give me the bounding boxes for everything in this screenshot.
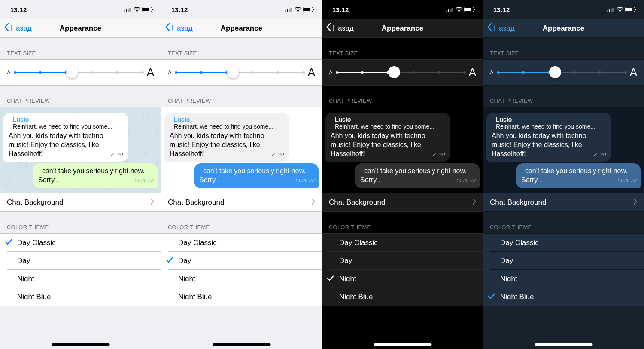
theme-option-day[interactable]: Day [161, 252, 322, 270]
chat-background-row[interactable]: Chat Background [161, 193, 322, 211]
section-header-textsize: TEXT SIZE [483, 38, 644, 59]
back-button[interactable]: Назад [165, 23, 193, 34]
chevron-right-icon [312, 198, 315, 207]
bubble-time: 21:20 [111, 151, 123, 157]
svg-rect-11 [290, 8, 292, 12]
svg-rect-19 [451, 8, 453, 12]
theme-option-day-classic[interactable]: Day Classic [0, 234, 161, 252]
chat-background-label: Chat Background [329, 198, 385, 207]
text-size-small-icon: A [329, 69, 333, 76]
theme-option-day-classic[interactable]: Day Classic [483, 234, 644, 252]
svg-rect-25 [609, 9, 610, 12]
bubble-incoming: Lucio Reinhart, we need to find you some… [325, 113, 450, 162]
svg-rect-10 [289, 9, 290, 12]
status-bar: 13:12 [161, 0, 322, 19]
section-header-preview: CHAT PREVIEW [483, 86, 644, 107]
theme-option-night-blue[interactable]: Night Blue [0, 288, 161, 306]
chevron-left-icon [326, 23, 331, 34]
svg-rect-27 [612, 8, 614, 12]
text-size-large-icon: A [308, 66, 315, 79]
theme-option-label: Day [17, 257, 30, 265]
reply-block: Lucio Reinhart, we need to find you some… [331, 116, 445, 130]
back-button[interactable]: Назад [487, 23, 515, 34]
theme-option-label: Day Classic [500, 239, 539, 247]
status-time: 13:12 [493, 6, 510, 13]
text-size-small-icon: A [7, 69, 11, 76]
theme-option-day-classic[interactable]: Day Classic [322, 234, 483, 252]
bubble-time: 21:20✓✓ [134, 178, 152, 184]
text-size-slider[interactable] [15, 66, 143, 79]
chat-background-row[interactable]: Chat Background [0, 193, 161, 211]
svg-rect-18 [450, 9, 451, 12]
svg-rect-22 [465, 8, 471, 11]
home-indicator[interactable] [374, 343, 431, 346]
text-size-large-icon: A [469, 66, 476, 79]
bubble-outgoing: I can't take you seriously right now. So… [516, 163, 641, 188]
svg-point-28 [620, 11, 620, 12]
theme-option-night[interactable]: Night [0, 270, 161, 288]
chat-preview: Lucio Reinhart, we need to find you some… [322, 107, 483, 193]
svg-rect-1 [126, 9, 127, 12]
theme-option-day[interactable]: Day [322, 252, 483, 270]
theme-option-night-blue[interactable]: Night Blue [161, 288, 322, 306]
svg-rect-16 [446, 10, 447, 12]
bubble-text: I can't take you seriously right now. So… [521, 167, 635, 185]
bubble-outgoing: I can't take you seriously right now. So… [355, 163, 480, 188]
text-size-slider[interactable] [498, 66, 626, 79]
theme-option-label: Night [500, 275, 517, 283]
theme-option-label: Day Classic [178, 239, 217, 247]
svg-point-12 [298, 11, 298, 12]
text-size-slider[interactable] [337, 66, 465, 79]
home-indicator[interactable] [52, 343, 109, 346]
reply-block: Lucio Reinhart, we need to find you some… [170, 116, 284, 130]
back-label: Назад [11, 24, 32, 33]
theme-option-label: Day [339, 257, 352, 265]
reply-text: Reinhart, we need to find you some... [13, 123, 123, 130]
reply-name: Lucio [13, 116, 123, 123]
theme-option-label: Day [178, 257, 191, 265]
theme-option-night[interactable]: Night [161, 270, 322, 288]
chevron-right-icon [473, 198, 476, 207]
section-header-preview: CHAT PREVIEW [161, 86, 322, 107]
theme-option-day[interactable]: Day [0, 252, 161, 270]
chat-background-row[interactable]: Chat Background [483, 193, 644, 211]
back-button[interactable]: Назад [326, 23, 354, 34]
status-icons [124, 7, 153, 12]
chat-background-label: Chat Background [7, 198, 63, 207]
section-header-textsize: TEXT SIZE [161, 38, 322, 59]
theme-option-day-classic[interactable]: Day Classic [161, 234, 322, 252]
status-bar: 13:12 [322, 0, 483, 19]
chevron-left-icon [487, 23, 492, 34]
svg-rect-0 [124, 10, 125, 12]
back-label: Назад [172, 24, 193, 33]
bubble-time: 21:20✓✓ [617, 178, 635, 184]
theme-option-label: Night Blue [500, 293, 534, 301]
home-indicator[interactable] [535, 343, 592, 346]
theme-option-night[interactable]: Night [483, 270, 644, 288]
nav-bar: Назад Appearance [0, 19, 161, 38]
home-indicator[interactable] [213, 343, 270, 346]
check-icon [5, 239, 17, 247]
theme-option-night-blue[interactable]: Night Blue [483, 288, 644, 306]
svg-rect-6 [143, 8, 149, 11]
text-size-slider[interactable] [176, 66, 304, 79]
svg-rect-3 [129, 8, 131, 12]
text-size-large-icon: A [147, 66, 154, 79]
reply-block: Lucio Reinhart, we need to find you some… [9, 116, 123, 130]
text-size-large-icon: A [630, 66, 637, 79]
status-bar: 13:12 [483, 0, 644, 19]
theme-option-night[interactable]: Night [322, 270, 483, 288]
theme-option-day[interactable]: Day [483, 252, 644, 270]
theme-option-night-blue[interactable]: Night Blue [322, 288, 483, 306]
status-time: 13:12 [171, 6, 188, 13]
back-button[interactable]: Назад [4, 23, 32, 34]
text-size-small-icon: A [490, 69, 494, 76]
bubble-text: I can't take you seriously right now. So… [360, 167, 474, 185]
chat-background-row[interactable]: Chat Background [322, 193, 483, 211]
reply-name: Lucio [335, 116, 445, 123]
reply-name: Lucio [174, 116, 284, 123]
bubble-time: 21:20 [272, 151, 284, 157]
reply-text: Reinhart, we need to find you some... [335, 123, 445, 130]
svg-point-4 [137, 11, 137, 12]
bubble-text: Ahh you kids today with techno music! En… [492, 132, 606, 158]
